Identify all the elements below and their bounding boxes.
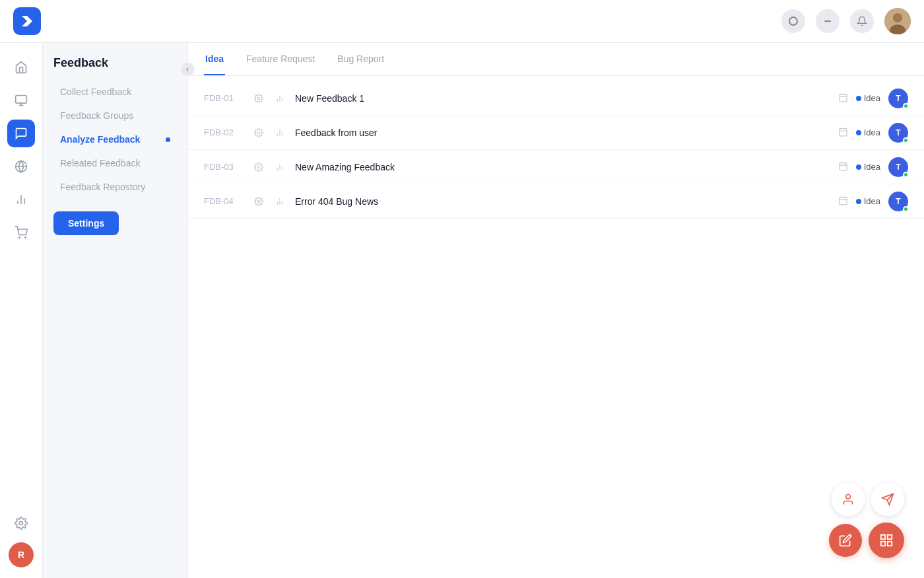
- chart-row-icon[interactable]: [271, 90, 288, 107]
- calendar-icon[interactable]: [838, 161, 848, 173]
- sidebar-layers-icon[interactable]: [7, 87, 35, 114]
- svg-rect-53: [888, 542, 892, 546]
- table-row[interactable]: FDB-03 New Amazing Feedback: [188, 150, 924, 184]
- app-logo[interactable]: [13, 7, 41, 35]
- calendar-icon[interactable]: [838, 92, 848, 104]
- tab-feature-request[interactable]: Feature Request: [245, 43, 316, 75]
- chart-row-icon[interactable]: [271, 193, 288, 210]
- settings-row-icon[interactable]: [250, 90, 267, 107]
- feedback-row-icons: [250, 193, 288, 210]
- tab-bar: Idea Feature Request Bug Report: [188, 43, 924, 76]
- table-row[interactable]: FDB-04 Error 404 Bug News: [188, 184, 924, 219]
- sidebar-settings-icon[interactable]: [7, 509, 35, 537]
- sidebar-analytics-icon[interactable]: [7, 186, 35, 213]
- feedback-avatar[interactable]: T: [888, 192, 908, 211]
- table-row[interactable]: FDB-02 Feedback from user: [188, 116, 924, 150]
- badge-dot: [856, 96, 861, 101]
- svg-point-3: [893, 13, 902, 22]
- calendar-icon[interactable]: [838, 127, 848, 139]
- svg-point-15: [20, 522, 23, 525]
- feedback-title: Feedback from user: [295, 127, 838, 138]
- status-icon[interactable]: [781, 9, 805, 33]
- fab-row-top: [832, 483, 904, 516]
- feedback-right: Idea T: [838, 157, 908, 177]
- feedback-row-icons: [250, 159, 288, 176]
- svg-rect-20: [840, 94, 847, 101]
- badge-label: Idea: [864, 196, 880, 206]
- user-avatar[interactable]: [884, 8, 911, 34]
- sidebar-globe-icon[interactable]: [7, 153, 35, 180]
- topbar: [0, 0, 924, 43]
- main-layout: R Feedback ‹ Collect Feedback Feedback G…: [0, 43, 924, 578]
- avatar-online-dot: [903, 137, 909, 143]
- settings-button[interactable]: Settings: [53, 211, 119, 235]
- minus-icon[interactable]: [816, 9, 840, 33]
- chart-row-icon[interactable]: [271, 124, 288, 141]
- feedback-badge: Idea: [856, 162, 880, 172]
- sidebar-home-icon[interactable]: [7, 54, 35, 81]
- feedback-id: FDB-01: [204, 93, 250, 103]
- feedback-avatar[interactable]: T: [888, 157, 908, 177]
- svg-point-32: [257, 166, 260, 168]
- nav-sidebar-title: Feedback: [53, 56, 177, 70]
- nav-collect-feedback[interactable]: Collect Feedback: [53, 81, 177, 103]
- topbar-right: [781, 8, 911, 34]
- badge-dot: [856, 164, 861, 170]
- fab-user-button[interactable]: [832, 483, 865, 516]
- feedback-badge: Idea: [856, 93, 880, 103]
- feedback-row-icons: [250, 124, 288, 141]
- feedback-title: New Feedback 1: [295, 93, 838, 104]
- avatar-online-dot: [903, 172, 909, 178]
- feedback-badge: Idea: [856, 127, 880, 137]
- feedback-right: Idea T: [838, 89, 908, 108]
- feedback-avatar[interactable]: T: [888, 89, 908, 108]
- svg-rect-52: [888, 535, 892, 539]
- settings-row-icon[interactable]: [250, 193, 267, 210]
- feedback-id: FDB-03: [204, 162, 250, 172]
- feedback-badge: Idea: [856, 196, 880, 206]
- svg-point-14: [25, 237, 26, 238]
- svg-rect-54: [881, 542, 885, 546]
- fab-main-button[interactable]: [869, 523, 904, 558]
- feedback-right: Idea T: [838, 192, 908, 211]
- feedback-avatar[interactable]: T: [888, 123, 908, 143]
- svg-rect-51: [881, 535, 885, 539]
- feedback-right: Idea T: [838, 123, 908, 143]
- nav-feedback-repository[interactable]: Feedback Repostory: [53, 176, 177, 198]
- feedback-id: FDB-04: [204, 196, 250, 206]
- avatar-online-dot: [903, 103, 909, 109]
- tab-bug-report[interactable]: Bug Report: [336, 43, 385, 75]
- svg-point-48: [846, 495, 851, 499]
- nav-feedback-groups[interactable]: Feedback Groups: [53, 104, 177, 127]
- badge-label: Idea: [864, 93, 880, 103]
- sidebar-user-avatar[interactable]: R: [9, 542, 34, 567]
- svg-rect-44: [840, 197, 847, 204]
- nav-sidebar: Feedback ‹ Collect Feedback Feedback Gro…: [43, 43, 188, 578]
- settings-row-icon[interactable]: [250, 159, 267, 176]
- avatar-online-dot: [903, 206, 909, 212]
- badge-dot: [856, 199, 861, 204]
- icon-sidebar-bottom: R: [7, 509, 35, 567]
- badge-dot: [856, 130, 861, 135]
- calendar-icon[interactable]: [838, 196, 848, 207]
- chart-row-icon[interactable]: [271, 159, 288, 176]
- svg-point-24: [257, 131, 260, 134]
- svg-rect-1: [824, 20, 831, 22]
- sidebar-collapse-button[interactable]: ‹: [180, 61, 195, 77]
- fab-edit-button[interactable]: [829, 524, 862, 557]
- bell-icon[interactable]: [850, 9, 874, 33]
- nav-analyze-feedback[interactable]: Analyze Feedback: [53, 128, 177, 151]
- feedback-id: FDB-02: [204, 127, 250, 137]
- nav-releated-feedback[interactable]: Releated Feedback: [53, 152, 177, 174]
- settings-row-icon[interactable]: [250, 124, 267, 141]
- tab-idea[interactable]: Idea: [204, 43, 225, 75]
- fab-send-button[interactable]: [871, 483, 904, 516]
- sidebar-cart-icon[interactable]: [7, 219, 35, 246]
- feedback-table: FDB-01 New Feedback 1 Id: [188, 76, 924, 578]
- feedback-title: Error 404 Bug News: [295, 196, 838, 207]
- table-row[interactable]: FDB-01 New Feedback 1 Id: [188, 81, 924, 116]
- svg-point-16: [257, 97, 260, 100]
- svg-rect-5: [16, 96, 27, 104]
- feedback-row-icons: [250, 90, 288, 107]
- sidebar-feedback-icon[interactable]: [7, 120, 35, 147]
